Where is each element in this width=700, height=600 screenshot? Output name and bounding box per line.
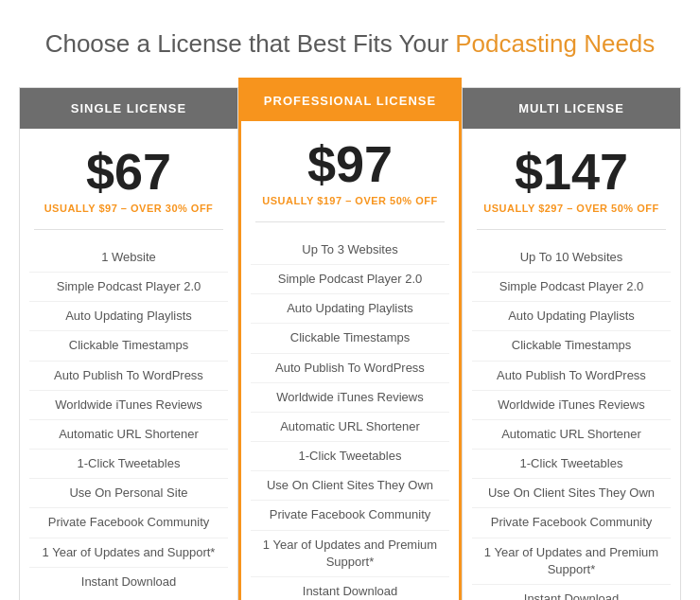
plan-name-multi: MULTI LICENSE [463, 88, 680, 129]
feature-item: Simple Podcast Player 2.0 [472, 273, 671, 302]
feature-item: Auto Publish To WordPress [29, 362, 228, 391]
feature-item: Automatic URL Shortener [472, 420, 671, 450]
feature-item: 1-Click Tweetables [251, 442, 449, 471]
feature-item: Auto Updating Playlists [251, 294, 449, 324]
feature-item: Clickable Timestamps [472, 331, 671, 361]
pricing-grid: SINGLE LICENSE$67USUALLY $97 – OVER 30% … [19, 87, 681, 600]
feature-item: Private Facebook Community [472, 508, 671, 538]
plan-price-multi: $147 [463, 129, 680, 203]
feature-item: Worldwide iTunes Reviews [472, 391, 671, 420]
feature-item: Clickable Timestamps [29, 331, 228, 361]
feature-item: Automatic URL Shortener [251, 413, 449, 442]
feature-item: Instant Download [29, 568, 228, 596]
plan-single: SINGLE LICENSE$67USUALLY $97 – OVER 30% … [19, 87, 238, 600]
feature-item: 1-Click Tweetables [472, 450, 671, 479]
feature-item: Private Facebook Community [251, 501, 449, 530]
feature-item: 1 Website [29, 243, 228, 273]
plan-multi: MULTI LICENSE$147USUALLY $297 – OVER 50%… [462, 87, 681, 600]
feature-item: Use On Client Sites They Own [251, 471, 449, 501]
plan-price-single: $67 [20, 129, 237, 203]
feature-item: Up To 10 Websites [472, 243, 671, 273]
plan-original-price-multi: USUALLY $297 – OVER 50% OFF [463, 203, 680, 229]
feature-item: Worldwide iTunes Reviews [29, 391, 228, 420]
plan-name-single: SINGLE LICENSE [20, 88, 237, 129]
feature-item: Auto Updating Playlists [29, 302, 228, 331]
feature-item: 1 Year of Updates and Premium Support* [472, 538, 671, 585]
feature-item: Private Facebook Community [29, 508, 228, 538]
feature-item: Use On Client Sites They Own [472, 479, 671, 508]
feature-item: 1 Year of Updates and Premium Support* [251, 531, 449, 577]
plan-features-professional: Up To 3 WebsitesSimple Podcast Player 2.… [241, 222, 459, 600]
feature-item: Simple Podcast Player 2.0 [251, 265, 449, 294]
feature-item: Worldwide iTunes Reviews [251, 383, 449, 413]
feature-item: Clickable Timestamps [251, 324, 449, 353]
feature-item: Instant Download [472, 585, 671, 600]
plan-name-professional: PROFESSIONAL LICENSE [241, 80, 459, 121]
feature-item: Instant Download [251, 577, 449, 600]
plan-professional: PROFESSIONAL LICENSE$97USUALLY $197 – OV… [238, 78, 462, 600]
page-title: Choose a License that Best Fits Your Pod… [45, 28, 656, 61]
feature-item: Auto Publish To WordPress [472, 362, 671, 391]
feature-item: Simple Podcast Player 2.0 [29, 273, 228, 302]
plan-price-professional: $97 [241, 121, 459, 195]
plan-original-price-single: USUALLY $97 – OVER 30% OFF [20, 203, 237, 229]
plan-features-multi: Up To 10 WebsitesSimple Podcast Player 2… [463, 230, 680, 600]
plan-original-price-professional: USUALLY $197 – OVER 50% OFF [241, 195, 459, 221]
feature-item: Auto Publish To WordPress [251, 354, 449, 383]
feature-item: 1 Year of Updates and Support* [29, 538, 228, 568]
feature-item: Use On Personal Site [29, 479, 228, 508]
feature-item: 1-Click Tweetables [29, 450, 228, 479]
feature-item: Auto Updating Playlists [472, 302, 671, 331]
feature-item: Up To 3 Websites [251, 236, 449, 265]
feature-item: Automatic URL Shortener [29, 420, 228, 450]
plan-features-single: 1 WebsiteSimple Podcast Player 2.0Auto U… [20, 230, 237, 600]
